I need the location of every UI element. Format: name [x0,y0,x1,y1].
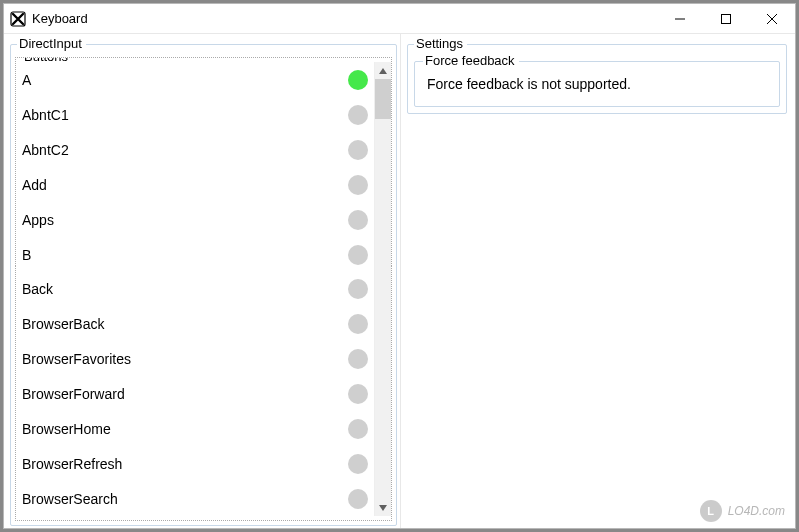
right-pane: Settings Force feedback Force feedback i… [401,34,795,528]
status-dot-icon [348,384,368,404]
list-item[interactable]: BrowserHome [22,411,374,446]
list-item[interactable]: BrowserSearch [22,481,374,516]
force-feedback-legend: Force feedback [423,53,519,68]
list-item[interactable]: Back [22,271,374,306]
status-dot-icon [348,175,368,195]
list-item[interactable]: AbntC1 [22,97,374,132]
status-dot-icon [348,279,368,299]
maximize-button[interactable] [703,4,749,34]
settings-group: Settings Force feedback Force feedback i… [407,44,787,114]
status-dot-icon [348,314,368,334]
list-item-label: AbntC1 [22,107,348,123]
status-dot-icon [348,245,368,265]
list-item-label: Back [22,281,348,297]
app-icon [10,11,26,27]
list-item-label: BrowserBack [22,316,348,332]
window-title: Keyboard [32,11,88,26]
window-frame: Keyboard DirectInput Buttons AAbntC1Abnt… [3,3,796,529]
list-item-label: Add [22,177,348,193]
list-item-label: AbntC2 [22,142,348,158]
svg-rect-1 [722,14,731,23]
buttons-group: Buttons AAbntC1AbntC2AddAppsBBackBrowser… [15,57,392,521]
list-item-label: B [22,247,348,263]
settings-legend: Settings [414,36,467,51]
list-item-label: A [22,72,348,88]
status-dot-icon [348,419,368,439]
left-pane: DirectInput Buttons AAbntC1AbntC2AddApps… [4,34,401,528]
status-dot-icon [348,349,368,369]
watermark-badge-icon: L [700,500,722,522]
watermark-text: LO4D.com [728,504,785,518]
buttons-legend: Buttons [22,57,72,64]
list-item[interactable]: BrowserFavorites [22,341,374,376]
list-item-label: BrowserForward [22,386,348,402]
scroll-up-icon[interactable] [375,62,391,79]
content-area: DirectInput Buttons AAbntC1AbntC2AddApps… [4,34,795,528]
list-item[interactable]: B [22,237,374,271]
scroll-thumb[interactable] [375,79,391,119]
close-button[interactable] [749,4,795,34]
list-item-label: BrowserSearch [22,491,348,507]
status-dot-icon [348,70,368,90]
titlebar: Keyboard [4,4,795,34]
force-feedback-group: Force feedback Force feedback is not sup… [414,61,780,107]
list-item-label: Apps [22,212,348,228]
list-item[interactable]: BrowserBack [22,306,374,341]
status-dot-icon [348,210,368,230]
list-item[interactable]: BrowserForward [22,376,374,411]
list-item[interactable]: BrowserRefresh [22,446,374,481]
list-item[interactable]: Apps [22,202,374,237]
scroll-track[interactable] [375,79,391,499]
status-dot-icon [348,489,368,509]
list-item[interactable]: Add [22,167,374,202]
list-item[interactable]: A [22,62,374,97]
buttons-list: AAbntC1AbntC2AddAppsBBackBrowserBackBrow… [16,62,374,516]
status-dot-icon [348,140,368,160]
list-item-label: BrowserFavorites [22,351,348,367]
minimize-button[interactable] [657,4,703,34]
status-dot-icon [348,105,368,125]
list-item[interactable]: AbntC2 [22,132,374,167]
watermark: L LO4D.com [700,500,785,522]
directinput-legend: DirectInput [17,36,86,51]
scrollbar[interactable] [374,62,391,516]
directinput-group: DirectInput Buttons AAbntC1AbntC2AddApps… [10,44,397,526]
list-item-label: BrowserRefresh [22,456,348,472]
force-feedback-message: Force feedback is not supported. [427,76,769,92]
list-item-label: BrowserHome [22,421,348,437]
status-dot-icon [348,454,368,474]
scroll-down-icon[interactable] [375,499,391,516]
